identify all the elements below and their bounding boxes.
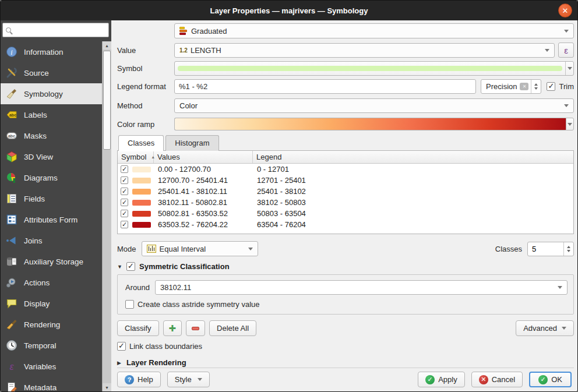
class-visibility-checkbox[interactable] [121,176,128,184]
around-select[interactable]: 38102.11 [155,280,568,295]
sidebar-item-actions[interactable]: Actions [1,272,102,293]
help-button[interactable]: ?Help [117,372,161,387]
scrollbar-down-icon[interactable]: ▼ [103,383,111,391]
style-button[interactable]: Style [167,372,210,387]
spin-down-icon[interactable] [567,250,570,252]
sidebar-item-rendering[interactable]: Rendering [1,314,102,335]
class-color-swatch[interactable] [132,189,151,195]
method-select[interactable]: Color [174,98,574,113]
apply-button[interactable]: ✓Apply [418,372,465,387]
legend-cell[interactable]: 12701 - 25401 [253,176,573,185]
table-row[interactable]: 0.00 - 12700.700 - 12701 [118,164,573,175]
values-cell[interactable]: 63503.52 - 76204.22 [154,220,253,229]
class-visibility-checkbox[interactable] [121,210,128,217]
sidebar-item-source[interactable]: Source [1,62,102,83]
table-row[interactable]: 25401.41 - 38102.1125401 - 38102 [118,186,573,197]
spin-up-icon[interactable] [567,246,570,248]
cancel-button[interactable]: ✕Cancel [471,372,523,387]
class-visibility-checkbox[interactable] [121,165,128,173]
temporal-icon [6,340,17,351]
mode-label: Mode [117,245,136,253]
column-header-legend[interactable]: Legend [253,151,573,163]
column-header-values[interactable]: Values [154,151,253,163]
spin-down-icon[interactable] [534,87,538,90]
sidebar-item-variables[interactable]: εVariables [1,356,102,377]
link-boundaries-checkbox[interactable] [117,342,126,351]
legend-cell[interactable]: 38102 - 50803 [253,198,573,207]
values-cell[interactable]: 50802.81 - 63503.52 [154,209,253,218]
sidebar-item-temporal[interactable]: Temporal [1,335,102,356]
classify-button[interactable]: Classify [117,320,159,336]
ok-button[interactable]: ✓OK [529,372,572,387]
advanced-button[interactable]: Advanced [516,320,574,336]
expression-builder-button[interactable]: ε [558,43,574,58]
mode-select[interactable]: Equal Interval [142,241,258,256]
table-row[interactable]: 38102.11 - 50802.8138102 - 50803 [118,197,573,208]
classes-count-spinbox[interactable]: 5 [527,242,574,256]
add-class-button[interactable]: ✚ [163,320,182,336]
table-row[interactable]: 50802.81 - 63503.5250803 - 63504 [118,208,573,219]
class-color-swatch[interactable] [132,167,151,172]
precision-spinbox[interactable]: Precision ✕ [481,79,541,94]
legend-format-input[interactable]: %1 - %2 [174,79,476,94]
classes-spin-arrows[interactable] [563,242,573,256]
legend-cell[interactable]: 63504 - 76204 [253,220,573,229]
class-color-swatch[interactable] [132,211,151,217]
sidebar-item-information[interactable]: iInformation [1,41,102,62]
sidebar-item-3d-view[interactable]: 3D View [1,146,102,167]
class-visibility-checkbox[interactable] [121,188,128,195]
sidebar-item-labels[interactable]: abcLabels [1,104,102,125]
trim-checkbox[interactable] [547,82,555,91]
remove-class-button[interactable] [186,320,205,336]
scrollbar-thumb[interactable] [103,51,111,150]
scrollbar-up-icon[interactable]: ▲ [103,41,111,50]
sidebar-item-metadata[interactable]: Metadata [1,377,102,391]
renderer-select[interactable]: Graduated [174,23,574,38]
legend-cell[interactable]: 0 - 12701 [253,165,573,174]
color-ramp-dropdown[interactable] [566,118,574,130]
symmetric-checkbox[interactable] [126,262,135,271]
symbol-label: Symbol [117,64,168,73]
tab-histogram[interactable]: Histogram [165,135,218,151]
column-header-symbol-label: Symbol [121,153,146,161]
tab-classes[interactable]: Classes [118,135,164,151]
sidebar-item-attributes-form[interactable]: Attributes Form [1,209,102,230]
table-row[interactable]: 12700.70 - 25401.4112701 - 25401 [118,175,573,186]
class-color-swatch[interactable] [132,200,151,206]
values-cell[interactable]: 25401.41 - 38102.11 [154,187,253,196]
collapse-collapsed-icon[interactable]: ▶ [117,360,123,366]
symbol-dropdown[interactable] [565,62,573,75]
values-cell[interactable]: 12700.70 - 25401.41 [154,176,253,185]
sidebar-item-diagrams[interactable]: Diagrams [1,167,102,188]
column-header-symbol[interactable]: Symbol▲ [118,151,154,163]
sidebar-item-fields[interactable]: Fields [1,188,102,209]
symbol-button[interactable] [174,61,574,76]
sidebar-search-input[interactable] [2,23,109,37]
class-color-swatch[interactable] [132,222,151,228]
color-ramp-preview[interactable] [174,118,566,130]
sidebar-item-display[interactable]: Display [1,293,102,314]
class-color-swatch[interactable] [132,178,151,183]
delete-all-button[interactable]: Delete All [209,320,256,336]
values-cell[interactable]: 0.00 - 12700.70 [154,165,253,174]
sidebar-item-auxiliary-storage[interactable]: Auxiliary Storage [1,251,102,272]
close-icon[interactable]: ✕ [558,3,572,17]
table-row[interactable]: 63503.52 - 76204.2263504 - 76204 [118,219,573,230]
sidebar-scrollbar[interactable]: ▲ ▼ [102,41,111,391]
sidebar-item-joins[interactable]: Joins [1,230,102,251]
precision-spin-arrows[interactable] [531,80,541,93]
class-visibility-checkbox[interactable] [121,221,128,228]
astride-checkbox[interactable] [125,300,134,309]
spin-up-icon[interactable] [534,83,538,86]
values-cell[interactable]: 38102.11 - 50802.81 [154,198,253,207]
sidebar-item-label: Diagrams [24,174,58,182]
legend-cell[interactable]: 50803 - 63504 [253,209,573,218]
sidebar-item-symbology[interactable]: Symbology [1,83,102,104]
class-visibility-checkbox[interactable] [121,199,128,206]
collapse-expanded-icon[interactable]: ▼ [117,264,123,270]
legend-cell[interactable]: 25401 - 38102 [253,187,573,196]
sidebar-item-masks[interactable]: abcMasks [1,125,102,146]
value-field-select[interactable]: 1.2 LENGTH [174,43,555,58]
symmetric-label: Symmetric Classification [139,262,230,271]
clear-icon[interactable]: ✕ [520,83,528,90]
